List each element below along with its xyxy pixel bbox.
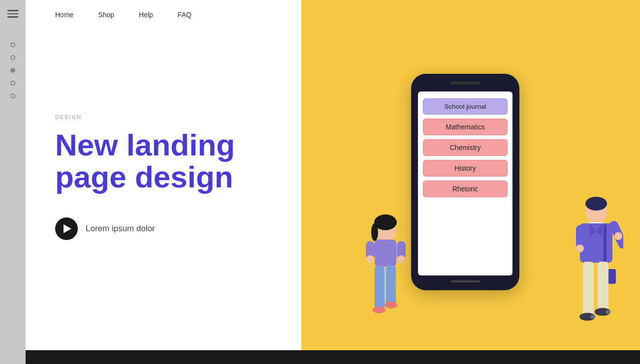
svg-point-22 (576, 244, 584, 252)
hero-content: DESIGN New landing page design Lorem ips… (55, 30, 272, 364)
svg-point-6 (366, 255, 374, 263)
subject-btn-rhetoric[interactable]: Rhetoric (423, 181, 508, 197)
svg-point-23 (614, 232, 622, 240)
cta-row: Lorem ipsum dolor (55, 217, 272, 240)
right-section: School journal Mathematics Chemistry His… (301, 0, 640, 364)
svg-rect-25 (598, 262, 608, 311)
bottom-bar-right (301, 350, 640, 364)
design-label: DESIGN (55, 114, 272, 120)
girl-figure (362, 212, 409, 350)
nav-help[interactable]: Help (139, 11, 153, 19)
sidebar (0, 0, 26, 364)
svg-rect-3 (375, 240, 396, 267)
svg-point-10 (373, 306, 385, 313)
subject-btn-history[interactable]: History (423, 160, 508, 177)
phone-home-bar (450, 280, 480, 282)
heading-line1: New landing (55, 128, 235, 162)
menu-icon[interactable] (7, 10, 18, 18)
sidebar-dot-2[interactable] (10, 55, 15, 60)
main-content: Home Shop Help FAQ DESIGN New landing pa… (26, 0, 640, 364)
svg-rect-8 (375, 266, 384, 310)
svg-point-28 (590, 315, 595, 319)
navbar: Home Shop Help FAQ (55, 0, 272, 30)
sidebar-dots (10, 42, 15, 98)
heading-line2: page design (55, 160, 233, 194)
svg-point-2 (371, 223, 378, 241)
subject-btn-mathematics[interactable]: Mathematics (423, 119, 508, 135)
svg-point-11 (384, 302, 397, 308)
nav-home[interactable]: Home (55, 11, 73, 19)
bottom-bar-left (26, 350, 301, 364)
sidebar-dot-4[interactable] (10, 81, 15, 86)
left-section: Home Shop Help FAQ DESIGN New landing pa… (26, 0, 301, 364)
play-icon (64, 224, 71, 233)
phone-mockup: School journal Mathematics Chemistry His… (411, 74, 519, 290)
play-button[interactable] (55, 217, 78, 240)
svg-rect-24 (583, 262, 594, 316)
subject-btn-chemistry[interactable]: Chemistry (423, 139, 508, 156)
cta-text: Lorem ipsum dolor (86, 224, 155, 234)
school-journal-button[interactable]: School journal (423, 98, 508, 115)
svg-point-7 (397, 255, 405, 263)
svg-point-29 (606, 310, 610, 314)
sidebar-dot-1[interactable] (10, 42, 15, 47)
sidebar-dot-3[interactable] (10, 68, 15, 73)
phone-speaker (450, 82, 480, 85)
nav-faq[interactable]: FAQ (178, 11, 192, 19)
boy-figure (569, 193, 623, 350)
sidebar-dot-5[interactable] (10, 93, 15, 98)
phone-screen: School journal Mathematics Chemistry His… (418, 91, 512, 275)
nav-shop[interactable]: Shop (98, 11, 114, 19)
svg-rect-9 (386, 266, 396, 305)
svg-point-13 (585, 197, 607, 211)
main-heading: New landing page design (55, 129, 272, 193)
